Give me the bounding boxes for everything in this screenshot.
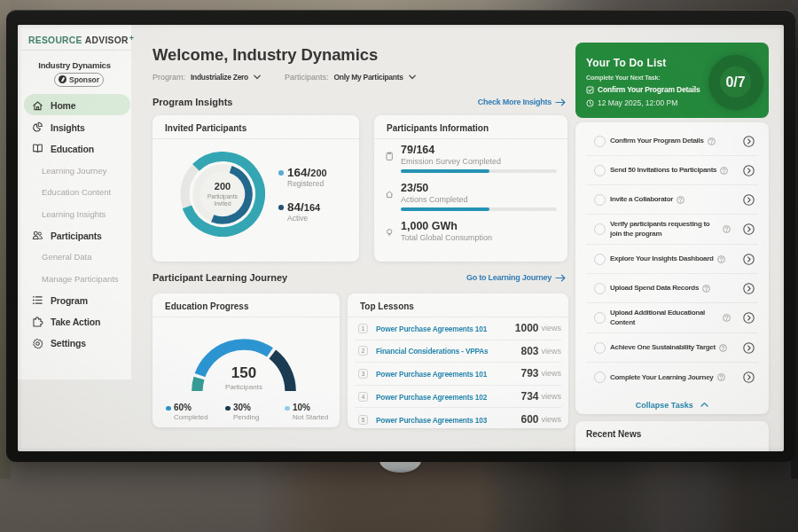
task-go-button[interactable]	[743, 194, 755, 206]
help-icon[interactable]	[677, 196, 685, 204]
help-icon[interactable]	[708, 137, 716, 145]
legend-dot	[166, 406, 171, 411]
help-icon[interactable]	[717, 373, 725, 381]
lesson-row: 2 Financial Considerations - VPPAs 803 v…	[355, 340, 561, 364]
lesson-title-link[interactable]: Power Purchase Agreements 102	[376, 392, 496, 402]
task-checkbox[interactable]	[594, 372, 606, 383]
help-icon[interactable]	[723, 314, 731, 322]
sidebar-item-education[interactable]: Education	[18, 138, 131, 160]
task-checkbox[interactable]	[594, 312, 606, 324]
sidebar-item-take-action[interactable]: Take Action	[18, 311, 131, 332]
help-icon[interactable]	[702, 285, 710, 293]
invited-participants-title: Invited Participants	[165, 123, 246, 133]
sidebar-item-education-content[interactable]: Education Content	[18, 182, 131, 203]
card-divider	[153, 138, 359, 139]
education-progress-title: Education Progress	[165, 301, 248, 311]
task-go-button[interactable]	[743, 312, 755, 324]
todo-task-row: Explore Your Insights Dashboard	[586, 245, 758, 274]
sidebar-item-manage-participants[interactable]: Manage Participants	[18, 268, 131, 289]
task-checkbox[interactable]	[594, 165, 606, 176]
lesson-title-link[interactable]: Power Purchase Agreements 103	[376, 415, 496, 425]
insights-icon	[32, 121, 43, 133]
filters-row: Program: Industrialize Zero Participants…	[153, 71, 417, 83]
program-select[interactable]: Industrialize Zero	[191, 73, 248, 82]
task-checkbox[interactable]	[594, 342, 606, 354]
progress-bar-fill	[401, 207, 489, 211]
sidebar-item-general-data[interactable]: General Data	[18, 246, 131, 268]
participants-info-row: 1,000 GWh Total Global Consumption	[383, 223, 557, 261]
participants-select[interactable]: Only My Participants	[334, 73, 403, 82]
sidebar-item-participants[interactable]: Participants	[18, 224, 131, 246]
task-go-button[interactable]	[743, 372, 755, 383]
help-icon[interactable]	[717, 255, 725, 263]
education-icon	[32, 143, 43, 154]
task-go-button[interactable]	[743, 283, 755, 294]
participants-information-card: Participants Information 79/164 Emission…	[374, 115, 567, 262]
help-icon[interactable]	[720, 167, 728, 175]
lesson-row: 4 Power Purchase Agreements 102 734 view…	[355, 386, 561, 409]
lesson-title-link[interactable]: Power Purchase Agreements 101	[376, 369, 496, 379]
chevron-down-icon[interactable]	[408, 74, 417, 82]
registered-label: Registered	[287, 179, 327, 188]
help-icon[interactable]	[723, 225, 731, 233]
legend-label: Completed	[174, 413, 225, 421]
task-checkbox[interactable]	[594, 136, 606, 147]
gauge-legend-pending: 30% Pending	[225, 403, 285, 421]
task-checkbox[interactable]	[594, 283, 606, 294]
task-go-button[interactable]	[743, 165, 755, 176]
arrow-right-icon	[555, 98, 566, 106]
collapse-tasks-label: Collapse Tasks	[636, 401, 693, 410]
task-go-button[interactable]	[743, 254, 755, 265]
lesson-views-word: views	[541, 347, 561, 356]
participants-icon	[32, 230, 43, 241]
task-go-button[interactable]	[743, 223, 755, 235]
task-checkbox[interactable]	[594, 194, 606, 206]
task-checkbox[interactable]	[594, 254, 606, 265]
legend-label: Not Started	[293, 413, 328, 421]
actions-icon	[385, 190, 395, 200]
lesson-row: 1 Power Purchase Agreements 101 1000 vie…	[355, 317, 561, 340]
check-more-insights-link[interactable]: Check More Insights	[478, 98, 566, 106]
donut-center: 200 Participants Invited	[180, 152, 265, 237]
help-icon[interactable]	[719, 344, 727, 352]
task-label: Achieve One Sustainability Target	[610, 343, 716, 352]
sidebar-item-settings[interactable]: Settings	[18, 332, 131, 354]
go-to-learning-journey-link[interactable]: Go to Learning Journey	[466, 273, 566, 282]
info-value: 1,000 GWh	[401, 220, 458, 232]
logo-plus: +	[129, 34, 135, 43]
settings-icon	[32, 338, 43, 349]
collapse-tasks-link[interactable]: Collapse Tasks	[575, 401, 769, 410]
sidebar-item-home[interactable]: Home	[18, 95, 131, 116]
sidebar-item-learning-journey[interactable]: Learning Journey	[18, 160, 131, 181]
sponsor-badge[interactable]: Sponsor	[54, 73, 104, 87]
task-go-button[interactable]	[743, 136, 755, 147]
chevron-down-icon[interactable]	[253, 74, 262, 82]
sidebar-item-learning-insights[interactable]: Learning Insights	[18, 203, 131, 224]
lesson-title-link[interactable]: Power Purchase Agreements 101	[376, 324, 496, 333]
resource-advisor-logo[interactable]: RESOURCEADVISOR+	[28, 34, 134, 45]
progress-bar	[401, 207, 557, 211]
gauge-total-label: Participants	[192, 383, 296, 391]
program-icon	[32, 294, 43, 306]
sidebar-divider	[22, 50, 131, 51]
sidebar-item-program[interactable]: Program	[18, 290, 131, 311]
todo-task-list: Confirm Your Program Details Send 50 Inv…	[586, 127, 758, 392]
clock-icon	[586, 99, 594, 107]
info-label: Actions Completed	[401, 195, 468, 204]
sidebar-nav: Home Insights Education Learning Journey…	[18, 95, 131, 355]
participants-info-rows: 79/164 Emission Survey Completed 23/50 A…	[383, 146, 557, 261]
todo-task-row: Send 50 Invitations to Participants	[586, 156, 758, 185]
lesson-rank: 1	[358, 324, 368, 333]
page-title: Welcome, Industry Dynamics	[153, 45, 378, 65]
lesson-views-count: 1000	[513, 322, 538, 334]
lesson-title-link[interactable]: Financial Considerations - VPPAs	[376, 346, 496, 356]
dashboard-screen: RESOURCEADVISOR+ Industry Dynamics Spons…	[18, 25, 784, 451]
home-icon	[32, 100, 43, 112]
donut-total: 200	[215, 181, 231, 192]
info-label: Emission Survey Completed	[401, 157, 501, 166]
task-go-button[interactable]	[743, 342, 755, 354]
task-checkbox[interactable]	[594, 223, 606, 235]
lesson-views-word: views	[541, 369, 561, 378]
lesson-row: 5 Power Purchase Agreements 103 600 view…	[355, 408, 561, 431]
sidebar-item-insights[interactable]: Insights	[18, 116, 131, 137]
